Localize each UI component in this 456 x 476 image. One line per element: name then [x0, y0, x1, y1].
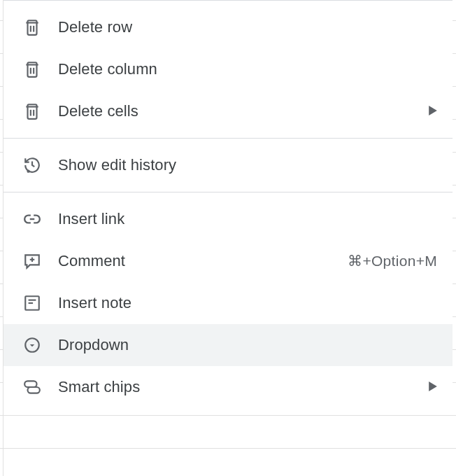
menu-item-insert-link[interactable]: Insert link — [3, 198, 453, 240]
link-icon — [23, 210, 41, 228]
submenu-arrow-icon — [429, 380, 437, 395]
comment-icon — [23, 252, 41, 270]
menu-item-label: Smart chips — [58, 378, 423, 396]
menu-item-comment[interactable]: Comment ⌘+Option+M — [3, 240, 453, 282]
menu-item-label: Dropdown — [58, 336, 437, 354]
context-menu: Delete row Delete column Delete cells — [3, 0, 453, 414]
menu-item-label: Delete column — [58, 60, 437, 78]
trash-icon — [23, 60, 41, 78]
menu-item-delete-column[interactable]: Delete column — [3, 48, 453, 90]
menu-item-dropdown[interactable]: Dropdown — [3, 324, 453, 366]
svg-point-0 — [27, 170, 29, 173]
menu-item-insert-note[interactable]: Insert note — [3, 282, 453, 324]
svg-rect-3 — [24, 381, 36, 387]
trash-icon — [23, 18, 41, 36]
submenu-arrow-icon — [429, 104, 437, 119]
menu-item-label: Delete cells — [58, 102, 423, 120]
menu-item-smart-chips[interactable]: Smart chips — [3, 366, 453, 408]
menu-item-delete-row[interactable]: Delete row — [3, 6, 453, 48]
history-icon — [23, 156, 41, 174]
menu-section-delete: Delete row Delete column Delete cells — [3, 1, 453, 138]
menu-item-label: Delete row — [58, 18, 437, 36]
trash-icon — [23, 102, 41, 120]
menu-item-label: Insert link — [58, 210, 437, 228]
menu-item-label: Show edit history — [58, 156, 437, 174]
note-icon — [23, 294, 41, 312]
menu-item-label: Comment — [58, 252, 348, 270]
menu-item-label: Insert note — [58, 294, 437, 312]
menu-section-history: Show edit history — [3, 139, 453, 192]
svg-rect-4 — [28, 387, 40, 393]
smart-chips-icon — [23, 378, 41, 396]
menu-item-shortcut: ⌘+Option+M — [348, 253, 437, 270]
menu-item-delete-cells[interactable]: Delete cells — [3, 90, 453, 132]
menu-item-show-edit-history[interactable]: Show edit history — [3, 144, 453, 186]
menu-section-insert: Insert link Comment ⌘+Option+M Insert no… — [3, 192, 453, 414]
dropdown-icon — [23, 336, 41, 354]
